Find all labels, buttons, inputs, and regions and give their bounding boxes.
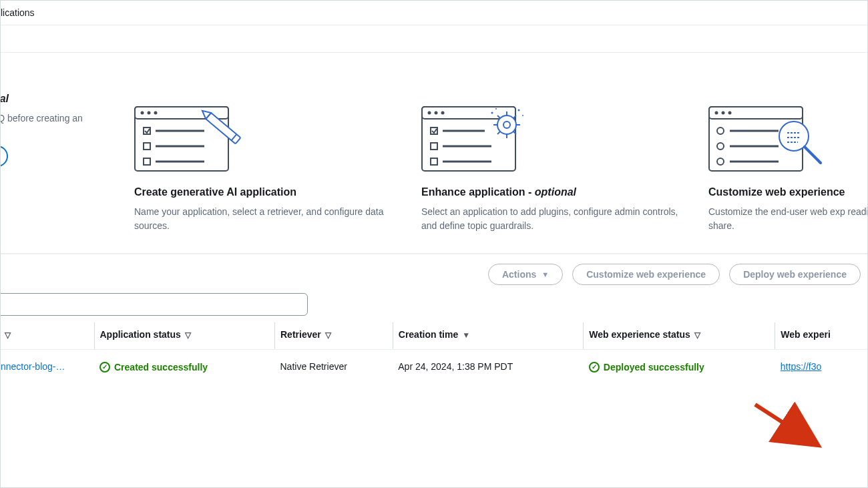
step-enhance-title: Enhance application - optional <box>421 186 682 198</box>
table-row[interactable]: nnector-blog-… ✓ Created successfully Na… <box>1 350 867 383</box>
svg-line-53 <box>805 147 821 163</box>
app-name-link[interactable]: nnector-blog-… <box>1 361 65 372</box>
actions-dropdown[interactable]: Actions ▼ <box>488 264 563 285</box>
deploy-web-exp-button[interactable]: Deploy web experience <box>729 264 861 285</box>
col-web-status[interactable]: Web experience status▽ <box>584 322 775 350</box>
sort-icon: ▽ <box>5 330 11 340</box>
creation-time-cell: Apr 24, 2024, 1:38 PM PDT <box>393 350 584 383</box>
step-try-title: - optional <box>0 93 107 105</box>
chevron-down-icon: ▼ <box>541 270 549 278</box>
step-create: Create generative AI application Name yo… <box>134 93 395 233</box>
svg-point-3 <box>148 111 151 115</box>
svg-line-54 <box>755 405 812 441</box>
svg-point-15 <box>428 111 431 115</box>
step-try: - optional Amazon Q before creating an n <box>0 93 107 233</box>
search-applications-input[interactable] <box>0 293 308 316</box>
col-app-status[interactable]: Application status▽ <box>94 322 275 350</box>
step-create-desc: Name your application, select a retrieve… <box>134 205 395 233</box>
sort-icon: ▽ <box>185 330 191 340</box>
breadcrumb-current: lications <box>1 7 35 18</box>
step-try-desc: Amazon Q before creating an <box>0 111 107 126</box>
step-enhance: Enhance application - optional Select an… <box>421 93 682 233</box>
sort-icon: ▼ <box>462 330 470 340</box>
col-creation-time[interactable]: Creation time▼ <box>393 322 584 350</box>
svg-point-36 <box>518 109 520 111</box>
step-customize-title: Customize web experience <box>708 186 868 198</box>
svg-point-34 <box>491 112 493 114</box>
how-it-works-panel: - optional Amazon Q before creating an n <box>1 52 867 254</box>
web-status-badge: ✓ Deployed successfully <box>589 362 704 373</box>
retriever-cell: Native Retriever <box>275 350 393 383</box>
sort-icon: ▽ <box>325 330 331 340</box>
customize-web-exp-button[interactable]: Customize web experience <box>572 264 720 285</box>
svg-point-35 <box>495 108 497 109</box>
svg-point-37 <box>522 115 523 116</box>
sort-icon: ▽ <box>694 330 700 340</box>
try-launch-button[interactable]: n <box>0 146 8 167</box>
step-enhance-desc: Select an application to add plugins, co… <box>421 205 682 233</box>
step-create-title: Create generative AI application <box>134 186 395 198</box>
svg-point-25 <box>503 121 510 128</box>
svg-point-2 <box>141 111 144 115</box>
applications-table: ▽ Application status▽ Retriever▽ Creatio… <box>1 322 867 383</box>
col-name[interactable]: ▽ <box>1 322 94 350</box>
svg-point-4 <box>154 111 158 115</box>
step-customize-desc: Customize the end-user web exp readiness… <box>708 205 868 233</box>
svg-point-42 <box>728 111 732 115</box>
applications-list-panel: Actions ▼ Customize web experience Deplo… <box>1 254 867 383</box>
col-web-url[interactable]: Web experi <box>775 322 867 350</box>
app-status-badge: ✓ Created successfully <box>99 362 208 373</box>
svg-point-40 <box>715 111 718 115</box>
svg-point-17 <box>441 111 445 115</box>
step-customize-illustration <box>708 93 868 173</box>
step-enhance-illustration <box>421 93 682 173</box>
step-create-illustration <box>134 93 395 173</box>
check-circle-icon: ✓ <box>589 362 600 373</box>
annotation-arrow-icon <box>752 401 825 455</box>
svg-point-16 <box>435 111 438 115</box>
svg-point-41 <box>722 111 725 115</box>
web-experience-url-link[interactable]: https://f3o <box>781 361 821 372</box>
col-retriever[interactable]: Retriever▽ <box>275 322 393 350</box>
step-customize: Customize web experience Customize the e… <box>708 93 868 233</box>
check-circle-icon: ✓ <box>99 362 110 373</box>
breadcrumb: lications <box>1 1 867 25</box>
